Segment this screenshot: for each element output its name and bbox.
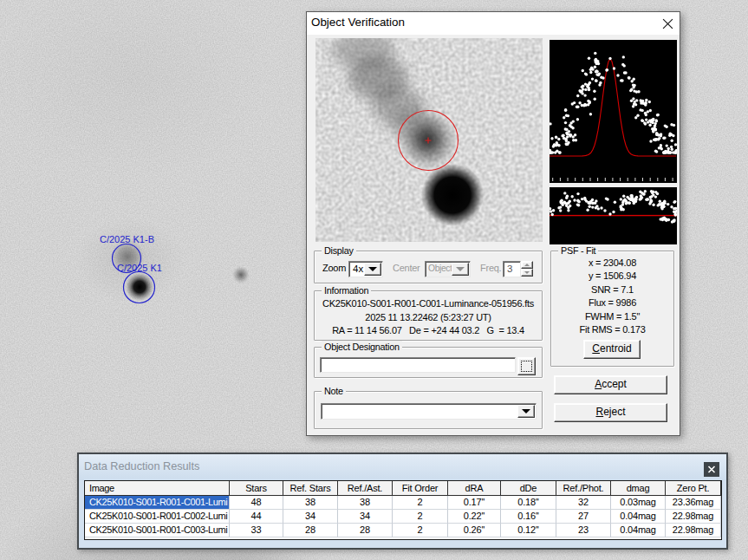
svg-text:C/2025 K1: C/2025 K1 [117,263,162,273]
svg-text:C/2025 K1-B: C/2025 K1-B [100,234,154,244]
